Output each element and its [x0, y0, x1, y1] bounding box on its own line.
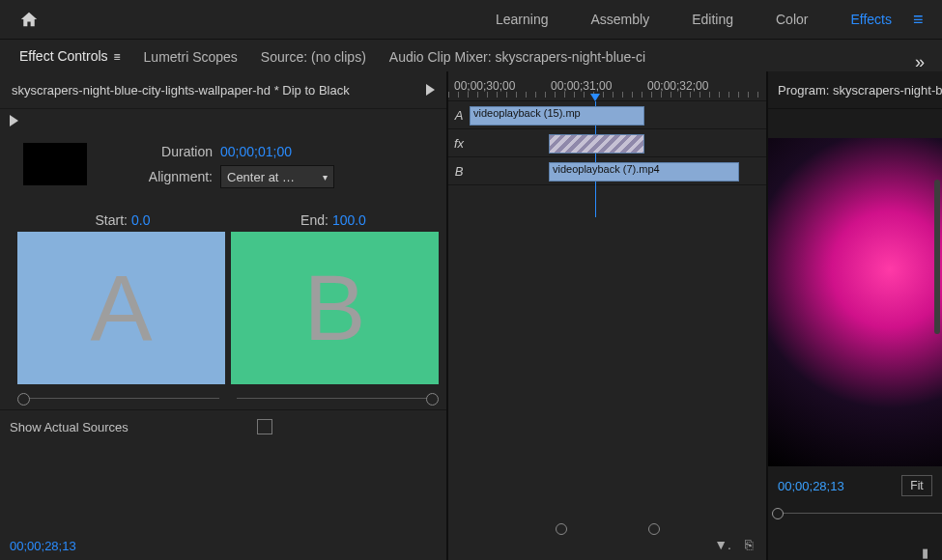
tab-effect-controls[interactable]: Effect Controls≡ — [10, 42, 134, 73]
duration-label: Duration — [135, 144, 213, 159]
program-panel-title: Program: skyscrapers-night-b — [768, 71, 942, 109]
transition-preview-thumb — [23, 143, 87, 185]
tab-audio-clip-mixer[interactable]: Audio Clip Mixer: skyscrapers-night-blue… — [380, 43, 659, 72]
scrub-handle-icon[interactable] — [772, 508, 784, 519]
tab-label: Effect Controls — [19, 48, 108, 64]
alignment-label: Alignment: — [135, 169, 213, 184]
track-label-a: A — [448, 108, 470, 123]
program-scrub-bar[interactable] — [768, 505, 942, 522]
top-menu-bar: Learning Assembly Editing Color Effects … — [0, 0, 942, 40]
program-time-display[interactable]: 00;00;28;13 — [778, 479, 844, 493]
workspace-learning[interactable]: Learning — [474, 12, 570, 27]
timeline-zoom-scroll[interactable] — [448, 523, 766, 533]
home-button[interactable] — [0, 11, 58, 28]
slider-knob-icon[interactable] — [17, 393, 30, 406]
preview-tile-b: B — [231, 232, 439, 384]
ruler-tick: 00;00;31;00 — [551, 79, 647, 93]
clip-b[interactable]: videoplayback (7).mp4 — [549, 162, 739, 182]
transition-timeline-panel: 00;00;30;00 00;00;31;00 00;00;32;00 A vi… — [448, 71, 768, 560]
panel-menu-icon[interactable]: ≡ — [114, 50, 121, 64]
time-ruler[interactable]: 00;00;30;00 00;00;31;00 00;00;32;00 — [448, 71, 766, 101]
tab-lumetri-scopes[interactable]: Lumetri Scopes — [134, 43, 251, 72]
workspace-overflow-button[interactable]: ≡ — [913, 10, 942, 30]
start-slider[interactable] — [17, 392, 225, 406]
program-monitor-panel: Program: skyscrapers-night-b 00;00;28;13… — [768, 71, 942, 560]
duration-value[interactable]: 00;00;01;00 — [220, 144, 292, 159]
play-transition-button[interactable] — [426, 84, 435, 96]
zoom-handle-right[interactable] — [648, 523, 660, 535]
start-value[interactable]: 0.0 — [131, 212, 150, 228]
vertical-scrollbar[interactable] — [934, 180, 940, 334]
play-button[interactable] — [10, 115, 18, 126]
workspace-effects[interactable]: Effects — [829, 12, 913, 27]
tab-overflow-button[interactable]: » — [659, 52, 932, 72]
export-frame-icon[interactable]: ⎘ — [745, 537, 753, 552]
effect-controls-panel: skyscrapers-night-blue-city-lights-wallp… — [0, 71, 448, 560]
track-label-b: B — [448, 164, 470, 179]
chevron-down-icon: ▾ — [323, 172, 328, 182]
panel-tab-strip: Effect Controls≡ Lumetri Scopes Source: … — [0, 40, 942, 73]
start-label: Start: — [96, 212, 128, 228]
zoom-fit-dropdown[interactable]: Fit — [901, 475, 932, 496]
program-monitor-view[interactable] — [768, 138, 942, 466]
clip-a[interactable]: videoplayback (15).mp — [470, 106, 644, 126]
end-slider[interactable] — [231, 392, 439, 406]
filter-icon[interactable]: ▼. — [714, 537, 731, 552]
workspace-editing[interactable]: Editing — [671, 12, 755, 27]
show-actual-sources-label: Show Actual Sources — [10, 420, 128, 434]
zoom-handle-left[interactable] — [556, 523, 567, 535]
marker-icon[interactable]: ▮ — [922, 546, 928, 560]
track-label-fx: fx — [448, 136, 470, 151]
workspace-tabs: Learning Assembly Editing Color Effects … — [474, 0, 942, 39]
current-time-display[interactable]: 00;00;28;13 — [10, 539, 76, 553]
preview-tile-a: A — [17, 232, 225, 384]
home-icon — [19, 11, 39, 28]
alignment-dropdown[interactable]: Center at … ▾ — [220, 165, 334, 188]
tab-source-monitor[interactable]: Source: (no clips) — [251, 43, 380, 72]
workspace-color[interactable]: Color — [755, 12, 829, 27]
ruler-tick: 00;00;32;00 — [647, 79, 744, 93]
selected-clip-label: skyscrapers-night-blue-city-lights-wallp… — [12, 83, 350, 98]
show-actual-sources-checkbox[interactable] — [257, 419, 272, 434]
ruler-tick: 00;00;30;00 — [454, 79, 551, 93]
workspace-assembly[interactable]: Assembly — [569, 12, 671, 27]
end-value[interactable]: 100.0 — [332, 212, 366, 228]
alignment-value: Center at … — [227, 170, 295, 184]
end-label: End: — [300, 212, 328, 228]
slider-knob-icon[interactable] — [426, 393, 439, 406]
transition-clip[interactable] — [549, 134, 644, 154]
